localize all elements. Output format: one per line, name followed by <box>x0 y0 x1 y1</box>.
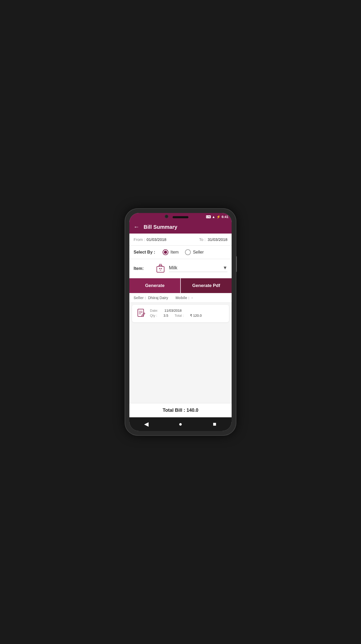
radio-item-inner <box>164 251 167 254</box>
date-field-label: Date: <box>150 309 158 313</box>
from-date[interactable]: 01/03/2018 <box>147 237 166 242</box>
app-bar: ← Bill Summary <box>129 220 232 234</box>
total-bill-text: Total Bill : 140.0 <box>163 408 198 413</box>
total-bill-section: Total Bill : 140.0 <box>129 403 232 417</box>
select-by-label: Select By : <box>134 250 163 255</box>
page-title: Bill Summary <box>144 224 177 230</box>
navigation-bar: ◀ ● ■ <box>129 417 232 431</box>
radio-item-label: Item <box>170 250 179 255</box>
svg-point-4 <box>161 268 162 269</box>
total-field-value: ₹ 120.0 <box>190 314 202 318</box>
svg-point-3 <box>159 268 160 269</box>
generate-pdf-button[interactable]: Generate Pdf <box>181 278 232 293</box>
svg-line-10 <box>144 313 145 314</box>
qty-field-label: Qty : <box>150 314 157 318</box>
item-dropdown[interactable]: Milk ▼ <box>169 265 227 272</box>
radio-item-outer <box>163 249 168 255</box>
item-row: Item: Milk <box>129 259 232 278</box>
radio-item[interactable]: Item <box>163 249 179 255</box>
qty-field-value: 3.5 <box>163 314 168 318</box>
radio-group: Item Seller <box>163 249 204 255</box>
seller-label: Seller : <box>134 296 146 300</box>
radio-seller[interactable]: Seller <box>185 249 204 255</box>
battery-icon: ⚡ <box>216 215 221 219</box>
shopping-bag-icon <box>155 262 166 275</box>
action-buttons-row: Generate Generate Pdf <box>129 278 232 293</box>
seller-info-row: Seller : Dhiiraj Dairy Mobile : - <box>129 293 232 303</box>
nav-recents-button[interactable]: ■ <box>209 419 220 429</box>
to-label: To : <box>199 237 206 242</box>
signal-icon: ▲ <box>212 215 215 219</box>
date-field-value: 11/03/2018 <box>164 309 182 313</box>
item-label: Item: <box>134 266 152 271</box>
bill-entry-card[interactable]: Date: 11/03/2018 Qty : 3.5 Total : ₹ 120… <box>132 305 229 322</box>
clock: 6:41 <box>222 215 228 219</box>
svg-line-1 <box>159 264 160 266</box>
content-spacer <box>129 324 232 403</box>
select-by-row: Select By : Item Seller <box>129 246 232 259</box>
generate-button[interactable]: Generate <box>129 278 180 293</box>
mobile-number: - <box>192 296 193 300</box>
from-label: From : <box>134 237 145 242</box>
to-date[interactable]: 31/03/2018 <box>208 237 227 242</box>
edit-receipt-icon <box>136 308 146 319</box>
seller-name: Dhiiraj Dairy <box>148 296 168 300</box>
bill-card-details: Date: 11/03/2018 Qty : 3.5 Total : ₹ 120… <box>150 309 225 319</box>
svg-line-2 <box>161 264 162 266</box>
mobile-label: Mobile : <box>175 296 189 300</box>
back-button[interactable]: ← <box>134 224 139 230</box>
total-field-label: Total : <box>175 314 184 318</box>
date-range-row: From : 01/03/2018 To : 31/03/2018 <box>129 234 232 246</box>
nav-back-button[interactable]: ◀ <box>141 419 152 429</box>
content-area: From : 01/03/2018 To : 31/03/2018 Select… <box>129 234 232 417</box>
bill-date-row: Date: 11/03/2018 <box>150 309 225 313</box>
bill-qty-total-row: Qty : 3.5 Total : ₹ 120.0 <box>150 314 225 318</box>
lte-indicator: LTE <box>206 215 211 218</box>
nav-home-button[interactable]: ● <box>175 419 186 429</box>
radio-seller-outer <box>185 249 191 255</box>
svg-rect-0 <box>157 266 164 272</box>
item-selected-value: Milk <box>169 265 177 271</box>
radio-seller-label: Seller <box>193 250 204 255</box>
dropdown-arrow-icon: ▼ <box>223 265 227 271</box>
